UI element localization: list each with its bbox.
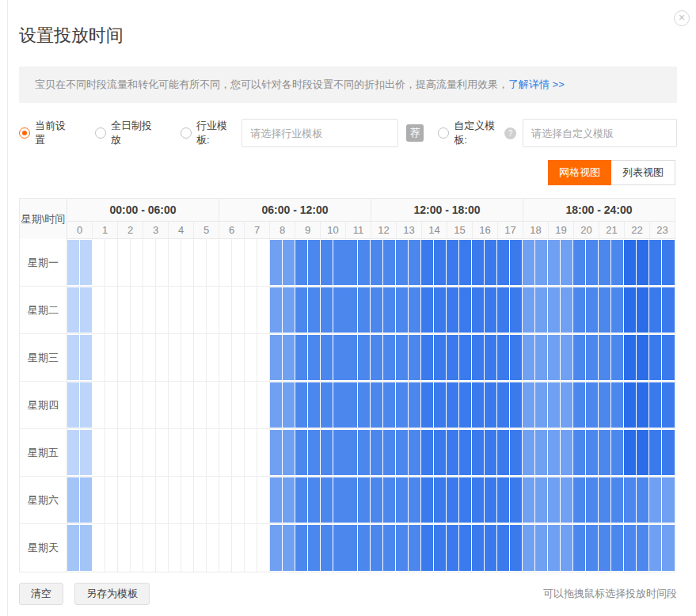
time-cell[interactable]: [586, 429, 599, 476]
time-cell[interactable]: [93, 239, 105, 286]
time-cell[interactable]: [169, 477, 181, 523]
time-cell[interactable]: [599, 239, 611, 286]
time-cell[interactable]: [447, 524, 459, 572]
time-cell[interactable]: [510, 429, 523, 476]
time-cell[interactable]: [118, 429, 131, 476]
time-cell[interactable]: [472, 429, 485, 476]
time-cell[interactable]: [80, 287, 93, 333]
time-cell[interactable]: [611, 382, 624, 428]
time-cell[interactable]: [169, 429, 181, 476]
time-cell[interactable]: [421, 477, 434, 523]
time-cell[interactable]: [535, 429, 548, 476]
time-cell[interactable]: [662, 287, 674, 333]
time-cell[interactable]: [156, 239, 169, 286]
time-cell[interactable]: [472, 287, 485, 333]
time-cell[interactable]: [270, 239, 283, 286]
time-cell[interactable]: [409, 524, 421, 572]
radio-allday[interactable]: 全日制投放: [95, 119, 157, 147]
time-cell[interactable]: [421, 429, 434, 476]
time-cell[interactable]: [497, 287, 510, 333]
time-cell[interactable]: [649, 429, 662, 476]
time-cell[interactable]: [345, 239, 358, 286]
time-cell[interactable]: [662, 429, 674, 476]
time-cell[interactable]: [649, 334, 662, 381]
time-cell[interactable]: [561, 524, 573, 572]
time-cell[interactable]: [245, 287, 257, 333]
time-cell[interactable]: [295, 429, 308, 476]
time-cell[interactable]: [447, 334, 459, 381]
time-cell[interactable]: [131, 477, 143, 523]
time-cell[interactable]: [194, 429, 207, 476]
time-cell[interactable]: [586, 382, 599, 428]
time-cell[interactable]: [358, 524, 371, 572]
time-cell[interactable]: [181, 239, 194, 286]
time-cell[interactable]: [295, 477, 308, 523]
clear-button[interactable]: 清空: [19, 583, 63, 605]
time-cell[interactable]: [510, 334, 523, 381]
time-cell[interactable]: [485, 334, 497, 381]
time-cell[interactable]: [345, 524, 358, 572]
time-cell[interactable]: [624, 524, 637, 572]
time-cell[interactable]: [295, 382, 308, 428]
time-cell[interactable]: [447, 382, 459, 428]
time-cell[interactable]: [409, 477, 421, 523]
custom-template-input[interactable]: [523, 119, 677, 147]
time-cell[interactable]: [561, 239, 573, 286]
tab-grid-view[interactable]: 网格视图: [548, 160, 611, 185]
radio-custom-template[interactable]: 自定义模板: ?: [438, 119, 516, 147]
time-cell[interactable]: [662, 239, 674, 286]
time-cell[interactable]: [207, 382, 219, 428]
time-cell[interactable]: [257, 477, 270, 523]
time-cell[interactable]: [573, 334, 586, 381]
time-cell[interactable]: [232, 382, 245, 428]
help-icon[interactable]: ?: [504, 127, 516, 139]
time-cell[interactable]: [181, 477, 194, 523]
time-cell[interactable]: [472, 524, 485, 572]
time-cell[interactable]: [270, 334, 283, 381]
time-cell[interactable]: [358, 382, 371, 428]
time-cell[interactable]: [333, 287, 346, 333]
time-cell[interactable]: [421, 382, 434, 428]
time-cell[interactable]: [586, 524, 599, 572]
time-cell[interactable]: [67, 477, 80, 523]
time-cell[interactable]: [257, 382, 270, 428]
time-cell[interactable]: [308, 382, 321, 428]
time-cell[interactable]: [561, 382, 573, 428]
time-cell[interactable]: [523, 524, 535, 572]
time-cell[interactable]: [169, 287, 181, 333]
time-cell[interactable]: [257, 287, 270, 333]
time-cell[interactable]: [67, 334, 80, 381]
time-cell[interactable]: [207, 334, 219, 381]
time-cell[interactable]: [383, 334, 396, 381]
time-cell[interactable]: [573, 524, 586, 572]
time-cell[interactable]: [181, 524, 194, 572]
time-cell[interactable]: [232, 429, 245, 476]
time-cell[interactable]: [80, 382, 93, 428]
time-cell[interactable]: [156, 429, 169, 476]
time-cell[interactable]: [586, 477, 599, 523]
time-cell[interactable]: [459, 334, 472, 381]
time-cell[interactable]: [283, 334, 295, 381]
learn-more-link[interactable]: 了解详情 >>: [508, 78, 565, 90]
time-cell[interactable]: [257, 524, 270, 572]
time-cell[interactable]: [333, 477, 346, 523]
time-cell[interactable]: [93, 334, 105, 381]
time-cell[interactable]: [67, 429, 80, 476]
time-cell[interactable]: [118, 334, 131, 381]
time-cell[interactable]: [321, 524, 333, 572]
time-cell[interactable]: [624, 477, 637, 523]
time-cell[interactable]: [194, 334, 207, 381]
time-cell[interactable]: [131, 239, 143, 286]
time-cell[interactable]: [131, 524, 143, 572]
time-cell[interactable]: [105, 477, 118, 523]
time-cell[interactable]: [510, 524, 523, 572]
time-cell[interactable]: [105, 382, 118, 428]
save-as-template-button[interactable]: 另存为模板: [74, 583, 150, 605]
time-cell[interactable]: [321, 287, 333, 333]
time-cell[interactable]: [523, 382, 535, 428]
time-cell[interactable]: [194, 477, 207, 523]
time-cell[interactable]: [245, 239, 257, 286]
time-cell[interactable]: [118, 239, 131, 286]
time-cell[interactable]: [409, 334, 421, 381]
time-cell[interactable]: [308, 287, 321, 333]
